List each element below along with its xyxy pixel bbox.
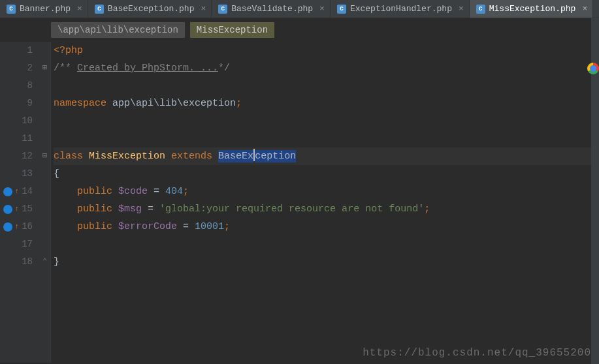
editor-tabs: C Banner.php × C BaseException.php × C B… [0,0,599,18]
breadcrumb: \app\api\lib\exception MissException [0,18,599,42]
php-file-icon: C [218,5,227,14]
line-number: 11 [0,130,33,147]
code-area[interactable]: <?php /** Created by PhpStorm. ...*/ nam… [51,42,599,363]
class-keyword: class [54,151,83,162]
tab-missexception[interactable]: C MissException.php × [470,0,593,18]
doc-close: */ [218,63,230,74]
line-number: 17 [0,235,33,253]
msg-value: 'global:your required resource are not f… [159,204,424,215]
up-arrow-icon: ↑ [15,200,20,218]
extends-keyword: extends [171,151,212,162]
override-mark-icon[interactable] [3,187,12,196]
tab-label: MissException.php [489,4,576,14]
selected-text-right: ception [255,150,296,162]
text-cursor [253,149,255,161]
fold-expand-icon[interactable]: ⊞ [39,59,50,77]
namespace-value: app\api\lib\exception [112,98,236,109]
public-keyword: public [77,221,112,232]
breadcrumb-path[interactable]: \app\api\lib\exception [51,22,185,38]
fold-spacer [39,112,50,130]
fold-spacer [39,183,50,200]
fold-spacer [39,200,50,218]
var-msg: $msg [118,204,142,215]
errorcode-value: 10001 [195,221,224,232]
line-gutter: 1 2 8 9 10 11 12 13 ↑14 ↑15 ↑16 17 18 [0,42,39,363]
override-mark-icon[interactable] [3,222,12,232]
close-icon[interactable]: × [582,4,587,14]
line-number: 1 [0,42,33,59]
brace-open: { [54,168,59,179]
line-number: 10 [0,112,33,130]
line-number: ↑15 [0,200,33,218]
up-arrow-icon: ↑ [15,218,20,235]
fold-collapse-icon[interactable]: ⊟ [39,147,50,165]
line-number: 9 [0,95,33,112]
tab-label: ExceptionHandler.php [350,4,452,14]
code-editor[interactable]: 1 2 8 9 10 11 12 13 ↑14 ↑15 ↑16 17 18 ⊞ … [0,42,599,363]
public-keyword: public [77,186,112,197]
fold-spacer [39,95,50,112]
fold-column: ⊞ ⊟ ⌃ [39,42,51,363]
selected-text-left: BaseEx [218,150,253,162]
line-number: ↑14 [0,183,33,200]
line-number: 2 [0,59,33,77]
php-open-tag: <?php [54,45,83,56]
var-errorcode: $errorCode [118,221,177,232]
tab-banner[interactable]: C Banner.php × [0,0,88,18]
doc-text: Created by PhpStorm. ... [77,63,218,74]
public-keyword: public [77,204,112,215]
override-mark-icon[interactable] [3,205,12,214]
tab-label: BaseException.php [108,4,195,14]
tab-exceptionhandler[interactable]: C ExceptionHandler.php × [331,0,470,18]
var-code: $code [118,186,148,197]
breadcrumb-current[interactable]: MissException [190,22,274,38]
line-number: ↑16 [0,218,33,235]
watermark-text: https://blog.csdn.net/qq_39655200 [363,347,591,359]
close-icon[interactable]: × [77,4,82,14]
semicolon: ; [236,98,242,109]
tab-baseexception[interactable]: C BaseException.php × [88,0,212,18]
tab-config[interactable]: ⚙ config.php × [593,0,599,18]
close-icon[interactable]: × [201,4,206,14]
line-number: 18 [0,253,33,271]
fold-spacer [39,218,50,235]
php-file-icon: C [476,5,485,14]
php-file-icon: C [7,5,16,14]
up-arrow-icon: ↑ [15,183,20,200]
fold-spacer [39,130,50,147]
class-name: MissException [89,151,165,162]
php-file-icon: C [95,5,104,14]
namespace-keyword: namespace [54,98,106,109]
fold-spacer [39,235,50,253]
close-icon[interactable]: × [459,4,464,14]
fold-spacer [39,77,50,95]
brace-close: } [54,256,59,267]
doc-open: /** [54,63,77,74]
line-number: 12 [0,147,33,165]
tab-label: Banner.php [20,4,71,14]
chrome-icon [587,63,599,74]
line-number: 8 [0,77,33,95]
fold-end-icon[interactable]: ⌃ [39,253,50,271]
fold-spacer [39,42,50,59]
fold-spacer [39,165,50,183]
tab-label: BaseValidate.php [231,4,313,14]
php-file-icon: C [337,5,346,14]
code-value: 404 [165,186,183,197]
tab-basevalidate[interactable]: C BaseValidate.php × [212,0,331,18]
line-number: 13 [0,165,33,183]
close-icon[interactable]: × [319,4,325,14]
